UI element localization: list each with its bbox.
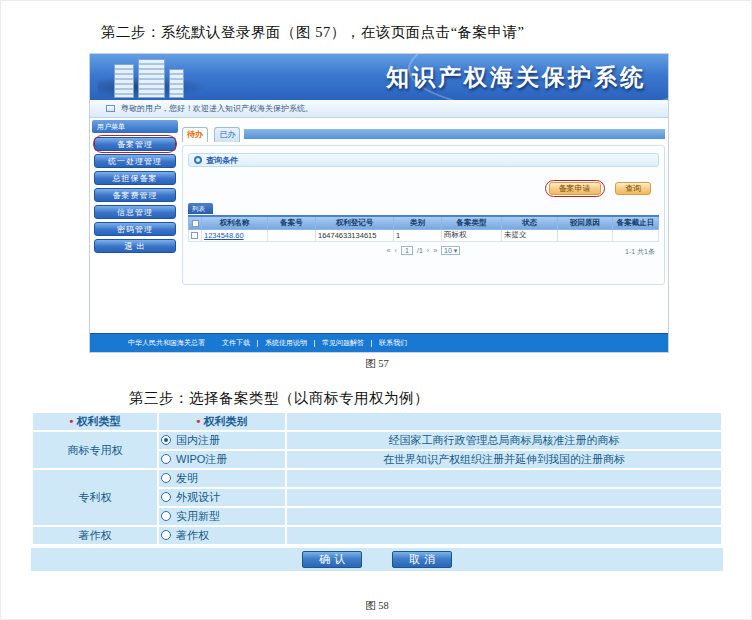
col-deadline: 备案截止日 xyxy=(613,216,659,229)
query-section-title: 查询条件 xyxy=(206,155,238,166)
dropdown-caret-icon: ▾ xyxy=(454,247,458,254)
sidebar-item-password-management[interactable]: 密码管理 xyxy=(94,222,176,236)
sidebar-item-general-guarantee[interactable]: 总担保备案 xyxy=(94,171,176,185)
col-record-no: 备案号 xyxy=(268,216,316,229)
page-total-label: /1 xyxy=(417,247,423,254)
reject-reason-cell xyxy=(558,229,613,241)
app-title: 知识产权海关保护系统 xyxy=(386,62,646,93)
status-cell: 未提交 xyxy=(502,229,558,241)
sidebar-item-unified-processing[interactable]: 统一处理管理 xyxy=(94,154,176,168)
option-label: 著作权 xyxy=(176,529,209,541)
filing-apply-button[interactable]: 备案申请 xyxy=(549,182,601,195)
group-patent: 专利权 xyxy=(32,469,158,526)
sidebar-item-filing-fee[interactable]: 备案费管理 xyxy=(94,188,176,202)
right-name-link[interactable]: 1234548.60 xyxy=(204,231,244,240)
footer-link-contact[interactable]: 联系我们 xyxy=(379,338,407,348)
required-marker: • xyxy=(197,415,201,427)
radio-design[interactable] xyxy=(161,492,171,502)
form-row: 专利权 发明 xyxy=(32,469,722,488)
system-screenshot: 知识产权海关保护系统 尊敬的用户，您好！欢迎进入知识产权海关保护系统。 用户菜单… xyxy=(89,53,669,353)
tab-strip xyxy=(244,129,665,139)
prev-page-icon[interactable]: ‹ xyxy=(395,247,397,254)
footer-link-faq[interactable]: 常见问题解答 xyxy=(322,338,364,348)
select-all-cell xyxy=(189,216,202,229)
sidebar-item-info-management[interactable]: 信息管理 xyxy=(94,205,176,219)
deadline-cell xyxy=(613,229,659,241)
radio-copyright[interactable] xyxy=(161,530,171,540)
sidebar-item-filing-management[interactable]: 备案管理 xyxy=(94,137,176,151)
group-trademark: 商标专用权 xyxy=(32,431,158,469)
radio-domestic-registration[interactable] xyxy=(161,435,171,445)
building-graphic xyxy=(98,56,228,100)
table-header-row: 权利名称 备案号 权利登记号 类别 备案类型 状态 驳回原因 备案截止日 xyxy=(189,216,659,229)
col-reject-reason: 驳回原因 xyxy=(558,216,613,229)
col-status: 状态 xyxy=(502,216,558,229)
footer-separator xyxy=(257,340,258,347)
col-reg-no: 权利登记号 xyxy=(316,216,394,229)
header-description xyxy=(286,412,722,431)
app-main: 用户菜单 备案管理 统一处理管理 总担保备案 备案费管理 信息管理 密码管理 退… xyxy=(90,118,668,333)
fig57-caption: 图 57 xyxy=(1,357,752,371)
cancel-button[interactable]: 取消 xyxy=(392,551,452,568)
footer-separator xyxy=(371,340,372,347)
reg-no-cell: 16474633134615 xyxy=(316,229,394,241)
sidebar-item-logout[interactable]: 退 出 xyxy=(94,239,176,253)
option-label: 实用新型 xyxy=(176,510,220,522)
fig58-caption: 图 58 xyxy=(1,599,752,613)
action-row: 备案申请 查询 xyxy=(188,177,659,195)
first-page-icon[interactable]: « xyxy=(387,247,391,254)
list-label: 列表 xyxy=(188,203,213,214)
option-description: 在世界知识产权组织注册并延伸到我国的注册商标 xyxy=(286,450,722,469)
search-button[interactable]: 查询 xyxy=(615,182,651,195)
tab-done[interactable]: 已办 xyxy=(214,127,240,142)
form-row: 著作权 著作权 xyxy=(32,526,722,545)
confirm-button[interactable]: 确认 xyxy=(302,551,362,568)
tab-bar: 待办 已办 xyxy=(182,123,665,140)
pagination: « ‹ 1 /1 › » 10 ▾ 1-1 共1条 xyxy=(188,246,659,256)
sidebar: 用户菜单 备案管理 统一处理管理 总担保备案 备案费管理 信息管理 密码管理 退… xyxy=(92,120,178,256)
radio-wipo-registration[interactable] xyxy=(161,454,171,464)
select-all-checkbox[interactable] xyxy=(192,220,199,227)
col-right-name: 权利名称 xyxy=(202,216,268,229)
notice-bar: 尊敬的用户，您好！欢迎进入知识产权海关保护系统。 xyxy=(90,100,668,118)
next-page-icon[interactable]: › xyxy=(427,247,429,254)
header-right-type: •权利类型 xyxy=(32,412,158,431)
option-label: WIPO注册 xyxy=(176,453,227,465)
form-row: 商标专用权 国内注册 经国家工商行政管理总局商标局核准注册的商标 xyxy=(32,431,722,450)
radio-invention[interactable] xyxy=(161,473,171,483)
radio-utility-model[interactable] xyxy=(161,511,171,521)
step3-instruction: 第三步：选择备案类型（以商标专用权为例） xyxy=(129,389,429,408)
option-description xyxy=(286,507,722,526)
filing-type-form: •权利类型 •权利类别 商标专用权 国内注册 经国家工商行政管理总局商标局核准注… xyxy=(31,411,723,571)
content-area: 待办 已办 查询条件 备案申请 查询 列表 xyxy=(182,120,665,285)
results-table: 权利名称 备案号 权利登记号 类别 备案类型 状态 驳回原因 备案截止日 123… xyxy=(188,215,659,242)
query-icon xyxy=(194,156,202,164)
table-row: 1234548.60 16474633134615 1 商标权 未提交 xyxy=(189,229,659,241)
tab-todo[interactable]: 待办 xyxy=(182,127,208,142)
option-description xyxy=(286,469,722,488)
filing-type-table: •权利类型 •权利类别 商标专用权 国内注册 经国家工商行政管理总局商标局核准注… xyxy=(31,411,723,546)
form-actions: 确认 取消 xyxy=(31,548,723,571)
app-header: 知识产权海关保护系统 xyxy=(90,54,668,100)
last-page-icon[interactable]: » xyxy=(433,247,437,254)
col-filing-type: 备案类型 xyxy=(442,216,502,229)
welcome-text: 尊敬的用户，您好！欢迎进入知识产权海关保护系统。 xyxy=(121,103,313,114)
option-description: 经国家工商行政管理总局商标局核准注册的商标 xyxy=(286,431,722,450)
row-checkbox[interactable] xyxy=(191,232,198,239)
footer-link-manual[interactable]: 系统使用说明 xyxy=(265,338,307,348)
option-description xyxy=(286,488,722,507)
sidebar-header: 用户菜单 xyxy=(92,120,178,133)
content-panel: 查询条件 备案申请 查询 列表 权利名称 备案号 权利登记号 类别 xyxy=(182,145,665,285)
page-number-input[interactable]: 1 xyxy=(401,246,413,255)
page-size-select[interactable]: 10 ▾ xyxy=(441,246,460,255)
category-cell: 1 xyxy=(394,229,442,241)
footer-link-downloads[interactable]: 文件下载 xyxy=(222,338,250,348)
app-footer: 中华人民共和国海关总署 文件下载 系统使用说明 常见问题解答 联系我们 xyxy=(90,333,668,352)
footer-separator xyxy=(314,340,315,347)
footer-link-customs[interactable]: 中华人民共和国海关总署 xyxy=(128,338,205,348)
filing-type-cell: 商标权 xyxy=(442,229,502,241)
document-page: 第二步：系统默认登录界面（图 57），在该页面点击“备案申请” 知识产权海关保护… xyxy=(0,0,752,620)
col-category: 类别 xyxy=(394,216,442,229)
header-right-category: •权利类别 xyxy=(158,412,286,431)
option-label: 发明 xyxy=(176,472,198,484)
